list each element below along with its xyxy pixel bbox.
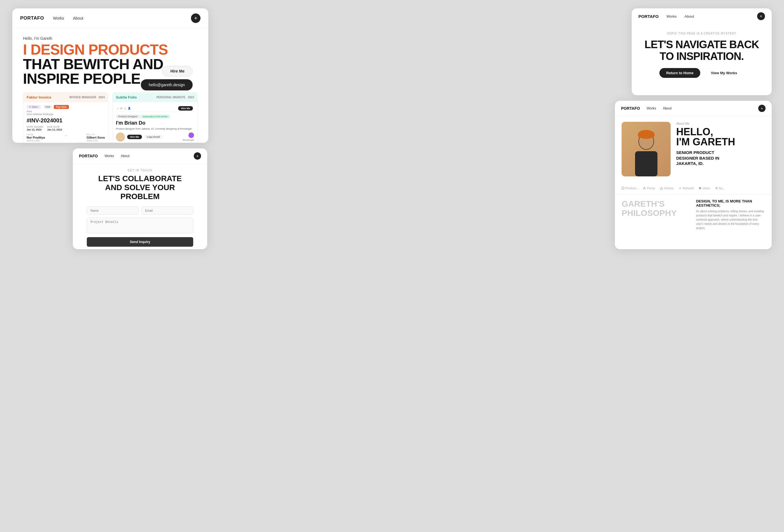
subtle-meta: PERSONAL WEBSITE 2023 bbox=[157, 96, 194, 99]
nav-about-4[interactable]: About bbox=[663, 106, 671, 110]
404-heading: LET'S NAVIGATE BACK TO INSPIRATION. bbox=[643, 39, 760, 62]
get-in-touch-label: GET IN TOUCH bbox=[87, 169, 193, 172]
subtle-body: ⌂✉◻👤 Hire Me Product Designer AVAILABLE … bbox=[113, 102, 197, 143]
logo-1: PORTAFO bbox=[20, 16, 44, 21]
contact-card: PORTAFO Works About + GET IN TOUCH LET'S… bbox=[73, 148, 207, 249]
faktur-meta: INVOICE MANAGER 2024 bbox=[69, 96, 105, 99]
nav-works-4[interactable]: Works bbox=[646, 106, 656, 110]
subtle-desc: Product designer from Jakarta, ID. Curre… bbox=[116, 128, 194, 130]
hero-card: PORTAFO Works About + Hello, I'm Gareth … bbox=[12, 8, 208, 143]
philosophy-description: it's about solving problems, telling sto… bbox=[696, 209, 765, 230]
plus-button-3[interactable]: + bbox=[194, 152, 201, 160]
headline-line1: I DESIGN PRODUCTS bbox=[23, 42, 198, 57]
faktur-header: Faktur Invoice INVOICE MANAGER 2024 bbox=[23, 92, 108, 102]
faktur-body: ✦ faktur. PDF Pay Now Paid Sova Website … bbox=[23, 102, 108, 143]
404-content: OOPS! THIS PAGE IS A CREATIVE MYSTERY LE… bbox=[632, 24, 772, 91]
about-section: About Me HELLO,I'M GARETH SENIOR PRODUCT… bbox=[615, 116, 772, 182]
nav-works-1[interactable]: Works bbox=[53, 16, 64, 21]
faktur-card: Faktur Invoice INVOICE MANAGER 2024 ✦ fa… bbox=[23, 92, 108, 143]
brand-sp: Sp... bbox=[716, 187, 725, 190]
plus-button-2[interactable]: + bbox=[757, 12, 765, 20]
contact-content: GET IN TOUCH LET'S COLLABORATE AND SOLVE… bbox=[73, 164, 207, 249]
pdf-tag: PDF bbox=[44, 105, 52, 109]
subtle-header: Subtle Folio PERSONAL WEBSITE 2023 bbox=[113, 92, 197, 102]
brand-network: Network bbox=[679, 187, 694, 190]
brand-homey: Homey bbox=[660, 187, 674, 190]
philosophy-section: GARETH'SPHILOSOPHY DESIGN, TO ME, IS MOR… bbox=[615, 194, 772, 235]
logo-3: PORTAFO bbox=[79, 154, 98, 158]
email-button[interactable]: hello@gareth.design bbox=[141, 79, 193, 90]
send-inquiry-button[interactable]: Send Inquiry bbox=[87, 237, 193, 247]
philosophy-right: DESIGN, TO ME, IS MORE THAN AESTHETICS; … bbox=[696, 199, 765, 230]
pay-button[interactable]: Pay Now bbox=[54, 105, 69, 109]
nav-works-3[interactable]: Works bbox=[105, 154, 114, 158]
about-description: SENIOR PRODUCT DESIGNER BASED IN JAKARTA… bbox=[676, 150, 765, 166]
email-input[interactable] bbox=[141, 206, 193, 215]
invoice-parties: FROM Nur Praditya Morva Labs → BILL TO G… bbox=[27, 133, 105, 142]
logo-4: PORTAFO bbox=[621, 106, 640, 111]
svg-rect-1 bbox=[635, 151, 657, 176]
about-row: About Me HELLO,I'M GARETH SENIOR PRODUCT… bbox=[622, 122, 765, 176]
svg-rect-5 bbox=[622, 187, 624, 189]
about-card: PORTAFO Works About + bbox=[615, 101, 772, 249]
about-label: About Me bbox=[676, 122, 765, 125]
404-card: PORTAFO Works About + OOPS! THIS PAGE IS… bbox=[632, 8, 772, 95]
nav-about-3[interactable]: About bbox=[121, 154, 129, 158]
profile-photo bbox=[622, 122, 671, 176]
name-input[interactable] bbox=[87, 206, 139, 215]
avail-tag: AVAILABLE FOR WORK bbox=[141, 115, 170, 118]
brands-row: Product. Penta Homey Network vision Sp..… bbox=[615, 182, 772, 194]
brand-penta: Penta bbox=[643, 187, 655, 190]
role-tag: Product Designer bbox=[116, 114, 140, 118]
copy-btn[interactable]: Copy Email bbox=[144, 135, 163, 139]
contact-form: Send Inquiry bbox=[87, 206, 193, 247]
logo-2: PORTAFO bbox=[638, 14, 659, 19]
brand-product: Product. bbox=[622, 187, 638, 190]
nav-about-1[interactable]: About bbox=[73, 16, 83, 21]
faktur-title: Faktur Invoice bbox=[27, 95, 51, 100]
nav-bar-2: PORTAFO Works About + bbox=[632, 8, 772, 24]
hire-button[interactable]: Hire Me bbox=[162, 66, 193, 77]
nav-bar-4: PORTAFO Works About + bbox=[615, 101, 772, 116]
hire-nav-btn[interactable]: Hire Me bbox=[178, 106, 193, 111]
plus-button-1[interactable]: + bbox=[191, 13, 200, 23]
paid-label: Paid bbox=[27, 110, 105, 113]
nav-works-2[interactable]: Works bbox=[666, 14, 677, 19]
collab-heading: LET'S COLLABORATE AND SOLVE YOUR PROBLEM bbox=[87, 174, 193, 201]
nav-about-2[interactable]: About bbox=[684, 14, 694, 19]
philosophy-heading: DESIGN, TO ME, IS MORE THAN AESTHETICS; bbox=[696, 199, 765, 207]
subtle-title: Subtle Folio bbox=[116, 95, 137, 100]
invoice-number: #INV-2024001 bbox=[27, 117, 105, 124]
greeting: Hello, I'm Gareth bbox=[23, 36, 198, 40]
return-home-button[interactable]: Return to Home bbox=[660, 68, 700, 78]
philosophy-left: GARETH'SPHILOSOPHY bbox=[622, 199, 691, 230]
subtle-name: I'm Brian Do bbox=[116, 120, 194, 126]
hire-sm-btn[interactable]: Hire Me bbox=[127, 135, 142, 139]
nav-bar-1: PORTAFO Works About + bbox=[12, 8, 208, 28]
subtle-card: Subtle Folio PERSONAL WEBSITE 2023 ⌂✉◻👤 … bbox=[112, 92, 198, 143]
subtle-actions: Hire Me Copy Email Rectangle bbox=[116, 133, 194, 141]
plus-button-4[interactable]: + bbox=[758, 105, 765, 112]
nav-bar-3: PORTAFO Works About + bbox=[73, 148, 207, 164]
svg-rect-4 bbox=[638, 134, 655, 137]
about-text: About Me HELLO,I'M GARETH SENIOR PRODUCT… bbox=[676, 122, 765, 166]
404-buttons: Return to Home View My Works bbox=[643, 68, 760, 78]
philosophy-title-big: GARETH'SPHILOSOPHY bbox=[622, 199, 691, 218]
project-details-input[interactable] bbox=[87, 218, 193, 233]
faktur-logo: ✦ faktur. bbox=[27, 105, 41, 109]
cta-group: Hire Me hello@gareth.design bbox=[141, 66, 193, 90]
view-works-button[interactable]: View My Works bbox=[704, 68, 744, 78]
works-row: Faktur Invoice INVOICE MANAGER 2024 ✦ fa… bbox=[12, 86, 208, 143]
form-name-email-row bbox=[87, 206, 193, 215]
svg-marker-6 bbox=[643, 187, 645, 189]
avatar bbox=[116, 133, 125, 141]
brand-vision: vision bbox=[699, 187, 710, 190]
oops-tag: OOPS! THIS PAGE IS A CREATIVE MYSTERY bbox=[643, 32, 760, 35]
about-name: HELLO,I'M GARETH bbox=[676, 127, 765, 147]
rectangle-label: Rectangle bbox=[165, 133, 194, 141]
